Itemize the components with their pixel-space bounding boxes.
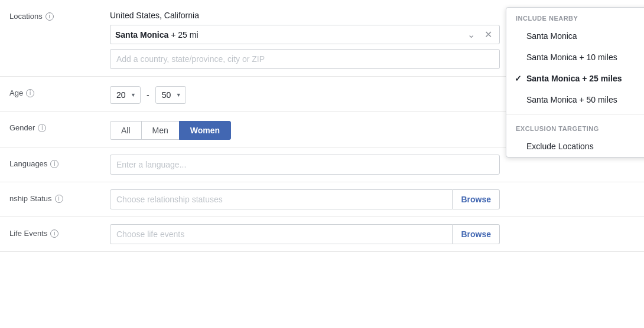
languages-info-icon[interactable]: i <box>50 160 58 168</box>
checkmark-icon: ✓ <box>515 74 522 83</box>
location-tag-name: Santa Monica <box>115 30 168 40</box>
dropdown-item-exclude-locations[interactable]: Exclude Locations <box>506 136 644 157</box>
age-label-text: Age <box>9 88 23 97</box>
page-wrapper: Locations i United States, California Sa… <box>0 0 644 328</box>
tag-remove-button[interactable]: ✕ <box>482 28 495 41</box>
age-max-select[interactable]: 50 <box>155 86 186 104</box>
age-separator: - <box>147 90 149 100</box>
gender-label-text: Gender <box>9 123 35 132</box>
location-tag-miles: + 25 mi <box>171 30 198 40</box>
life-events-row: Life Events i Browse <box>0 217 644 252</box>
life-events-browse-button[interactable]: Browse <box>453 224 500 244</box>
locations-content: United States, California Santa Monica +… <box>110 7 635 69</box>
languages-input[interactable] <box>110 155 500 175</box>
location-tag-row: Santa Monica + 25 mi ⌄ ✕ <box>110 25 500 44</box>
locations-label: Locations i <box>9 7 110 21</box>
location-input[interactable] <box>110 49 500 69</box>
locations-info-icon[interactable]: i <box>45 12 54 21</box>
relationship-row: nship Status i Browse <box>0 182 644 217</box>
life-events-input-browse: Browse <box>110 224 500 244</box>
dropdown-item-label: Santa Monica <box>526 31 577 41</box>
form-section: Locations i United States, California Sa… <box>0 0 644 252</box>
dropdown-item-label: Santa Monica + 25 miles <box>526 74 622 83</box>
age-info-icon[interactable]: i <box>26 89 34 97</box>
nearby-dropdown: INCLUDE NEARBY Santa Monica Santa Monica… <box>506 7 644 158</box>
relationship-info-icon[interactable]: i <box>55 195 63 203</box>
life-events-info-icon[interactable]: i <box>50 229 58 238</box>
relationship-content: Browse <box>110 189 635 209</box>
life-events-label-text: Life Events <box>9 229 47 238</box>
languages-content <box>110 155 635 175</box>
exclusion-targeting-header: EXCLUSION TARGETING <box>506 118 644 136</box>
age-min-wrapper: 20 <box>110 86 141 104</box>
gender-all-button[interactable]: All <box>110 121 142 140</box>
age-min-select[interactable]: 20 <box>110 86 141 104</box>
relationship-input-browse: Browse <box>110 189 500 209</box>
tag-actions: ⌄ ✕ <box>465 28 495 41</box>
age-max-wrapper: 50 <box>155 86 186 104</box>
dropdown-item-label: Santa Monica + 10 miles <box>526 53 617 62</box>
locations-label-text: Locations <box>9 12 43 21</box>
life-events-input[interactable] <box>110 224 453 244</box>
location-tag: Santa Monica + 25 mi <box>115 30 465 40</box>
gender-info-icon[interactable]: i <box>38 124 46 132</box>
life-events-content: Browse <box>110 224 635 244</box>
gender-men-button[interactable]: Men <box>141 121 180 140</box>
dropdown-item-label: Exclude Locations <box>526 142 594 151</box>
dropdown-item-santa-monica[interactable]: Santa Monica <box>506 25 644 47</box>
dropdown-divider <box>506 114 644 114</box>
tag-expand-button[interactable]: ⌄ <box>465 28 477 41</box>
dropdown-item-25miles[interactable]: ✓ Santa Monica + 25 miles <box>506 68 644 89</box>
dropdown-item-50miles[interactable]: Santa Monica + 50 miles <box>506 89 644 110</box>
relationship-browse-button[interactable]: Browse <box>453 189 500 209</box>
life-events-label: Life Events i <box>9 224 110 238</box>
dropdown-item-10miles[interactable]: Santa Monica + 10 miles <box>506 47 644 68</box>
gender-label: Gender i <box>9 119 110 132</box>
relationship-label-text: nship Status <box>9 194 52 203</box>
gender-women-button[interactable]: Women <box>179 121 231 140</box>
locations-row: Locations i United States, California Sa… <box>0 0 644 77</box>
dropdown-item-label: Santa Monica + 50 miles <box>526 95 617 104</box>
include-nearby-header: INCLUDE NEARBY <box>506 8 644 25</box>
languages-label-text: Languages <box>9 159 47 168</box>
age-label: Age i <box>9 84 110 97</box>
relationship-input[interactable] <box>110 189 453 209</box>
languages-label: Languages i <box>9 155 110 168</box>
relationship-label: nship Status i <box>9 189 110 203</box>
